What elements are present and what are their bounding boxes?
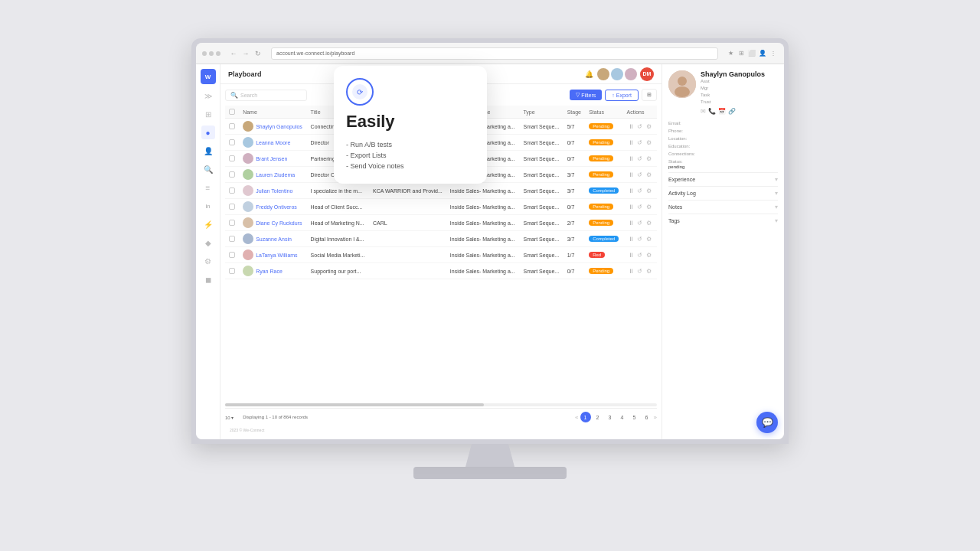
row-name[interactable]: Leanna Moore: [256, 140, 290, 145]
row-action-settings[interactable]: ⚙: [645, 155, 653, 162]
row-name[interactable]: Shaylyn Ganopulos: [256, 124, 302, 129]
sidebar-icon-bar[interactable]: ≡: [201, 181, 215, 194]
row-action-pause[interactable]: ⏸: [627, 139, 635, 146]
sidebar-icon-lightning[interactable]: ⚡: [201, 217, 215, 231]
row-name[interactable]: Ryan Race: [256, 269, 283, 274]
row-action-pause[interactable]: ⏸: [627, 203, 635, 210]
row-action-pause[interactable]: ⏸: [627, 267, 635, 275]
row-action-settings[interactable]: ⚙: [645, 235, 653, 243]
page-4-button[interactable]: 4: [617, 412, 628, 422]
row-action-pause[interactable]: ⏸: [627, 187, 635, 194]
notes-section[interactable]: Notes ▾: [668, 200, 778, 214]
app-logo[interactable]: W: [201, 69, 216, 84]
bell-icon[interactable]: 🔔: [583, 69, 594, 80]
chat-fab-button[interactable]: 💬: [756, 412, 778, 433]
row-action-settings[interactable]: ⚙: [645, 122, 653, 130]
sidebar-icon-person[interactable]: 👤: [201, 144, 215, 158]
forward-button[interactable]: →: [240, 48, 251, 59]
next-page-button[interactable]: »: [654, 414, 657, 421]
page-1-button[interactable]: 1: [580, 412, 591, 422]
reload-button[interactable]: ↻: [253, 48, 263, 59]
search-box[interactable]: 🔍 Search: [225, 90, 307, 101]
columns-button[interactable]: ⊞: [642, 89, 657, 101]
link-icon[interactable]: 🔗: [728, 108, 736, 115]
row-action-pause[interactable]: ⏸: [627, 251, 635, 259]
row-action-refresh[interactable]: ↺: [636, 187, 644, 194]
browser-nav[interactable]: ← → ↻: [228, 48, 263, 59]
export-button[interactable]: ↑ Export: [605, 90, 639, 101]
per-page-selector[interactable]: 10 ▾: [225, 415, 234, 420]
sidebar-icon-diamond[interactable]: ◆: [201, 236, 215, 249]
menu-icon[interactable]: ⋮: [769, 49, 778, 58]
row-checkbox[interactable]: [229, 139, 235, 145]
row-action-pause[interactable]: ⏸: [627, 171, 635, 178]
select-all-checkbox[interactable]: [229, 109, 235, 115]
sidebar-icon-grid[interactable]: ⊞: [201, 107, 215, 121]
sidebar-icon-search[interactable]: 🔍: [201, 162, 215, 176]
row-action-refresh[interactable]: ↺: [636, 219, 644, 227]
row-action-pause[interactable]: ⏸: [627, 219, 635, 227]
row-name[interactable]: Lauren Ziudema: [256, 172, 295, 178]
row-name[interactable]: Diane Cy Ruckdurs: [256, 220, 302, 226]
row-action-refresh[interactable]: ↺: [636, 235, 644, 243]
star-icon[interactable]: ★: [726, 49, 735, 58]
row-checkbox[interactable]: [229, 252, 235, 258]
row-action-refresh[interactable]: ↺: [636, 155, 644, 162]
page-5-button[interactable]: 5: [629, 412, 640, 422]
row-name[interactable]: Julian Tolentino: [256, 188, 292, 194]
row-name[interactable]: Brant Jensen: [256, 156, 287, 161]
page-6-button[interactable]: 6: [642, 412, 652, 422]
row-action-pause[interactable]: ⏸: [627, 155, 635, 162]
row-checkbox[interactable]: [229, 155, 235, 161]
filter-button[interactable]: ▽ Filters: [570, 90, 602, 100]
row-action-refresh[interactable]: ↺: [636, 267, 644, 275]
page-2-button[interactable]: 2: [593, 412, 603, 422]
profile-icon[interactable]: 👤: [758, 49, 767, 58]
row-action-refresh[interactable]: ↺: [636, 203, 644, 210]
url-bar[interactable]: account.we-connect.io/playboard: [271, 47, 718, 60]
search-input[interactable]: Search: [240, 93, 302, 98]
row-name[interactable]: LaTanya Williams: [256, 253, 297, 258]
prev-page-button[interactable]: «: [575, 414, 578, 421]
row-action-refresh[interactable]: ↺: [636, 122, 644, 130]
back-button[interactable]: ←: [228, 48, 239, 59]
row-action-pause[interactable]: ⏸: [627, 122, 635, 130]
calendar-icon[interactable]: 📅: [718, 108, 726, 115]
row-action-refresh[interactable]: ↺: [636, 251, 644, 259]
bookmark-icon[interactable]: ⊞: [737, 49, 746, 58]
scrollbar-thumb[interactable]: [225, 403, 484, 406]
row-checkbox[interactable]: [229, 220, 235, 226]
page-3-button[interactable]: 3: [605, 412, 616, 422]
row-action-settings[interactable]: ⚙: [645, 251, 653, 259]
row-checkbox[interactable]: [229, 236, 235, 242]
row-checkbox[interactable]: [229, 171, 235, 178]
experience-section[interactable]: Experience ▾: [668, 172, 778, 186]
sidebar-icon-block[interactable]: ◼: [201, 272, 215, 286]
row-action-settings[interactable]: ⚙: [645, 203, 653, 210]
activity-log-section[interactable]: Activity Log ▾: [668, 186, 778, 200]
sidebar-expand-icon[interactable]: ≫: [201, 89, 215, 103]
sidebar-icon-settings[interactable]: ⚙: [201, 254, 215, 268]
row-action-refresh[interactable]: ↺: [636, 139, 644, 146]
row-checkbox[interactable]: [229, 123, 235, 129]
user-badge[interactable]: DM: [640, 67, 654, 81]
sidebar-icon-linkedin[interactable]: in: [201, 199, 215, 213]
row-name[interactable]: Suzanne Ansin: [256, 236, 292, 242]
row-action-settings[interactable]: ⚙: [645, 187, 653, 194]
horizontal-scrollbar[interactable]: [225, 403, 657, 406]
row-checkbox[interactable]: [229, 187, 235, 194]
row-action-pause[interactable]: ⏸: [627, 235, 635, 243]
row-checkbox[interactable]: [229, 204, 235, 210]
row-checkbox[interactable]: [229, 268, 235, 274]
row-action-settings[interactable]: ⚙: [645, 139, 653, 146]
phone-icon[interactable]: 📞: [708, 108, 716, 115]
row-action-settings[interactable]: ⚙: [645, 171, 653, 178]
extensions-icon[interactable]: ⬜: [747, 49, 756, 58]
sidebar-icon-dot[interactable]: ●: [201, 126, 215, 139]
email-icon[interactable]: ✉: [701, 108, 706, 115]
row-action-settings[interactable]: ⚙: [645, 219, 653, 227]
tags-section[interactable]: Tags ▾: [668, 214, 778, 227]
row-name[interactable]: Freddy Ontiveros: [256, 204, 297, 210]
row-action-settings[interactable]: ⚙: [645, 267, 653, 275]
row-action-refresh[interactable]: ↺: [636, 171, 644, 178]
